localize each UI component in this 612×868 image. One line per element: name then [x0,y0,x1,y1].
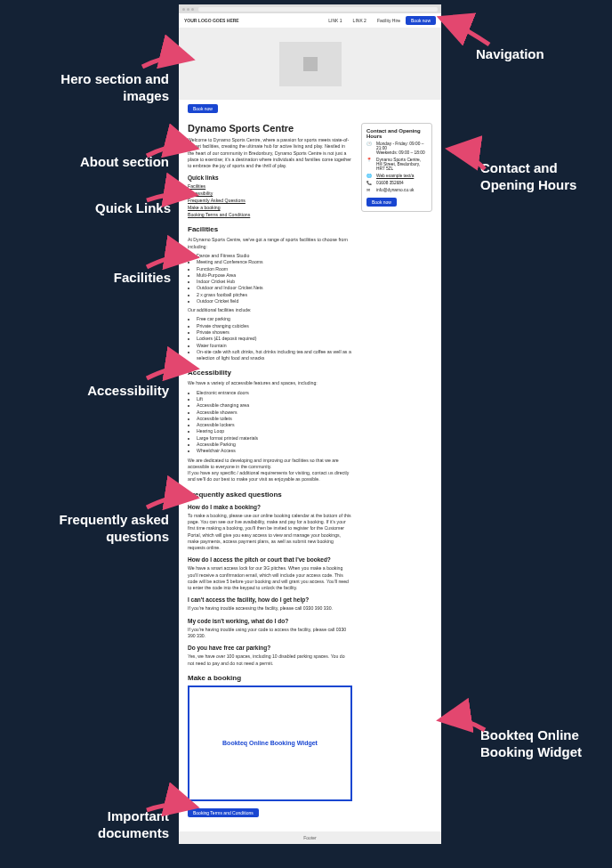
quick-link[interactable]: Make a booking [188,205,352,212]
list-item: Electronic entrance doors [197,390,352,396]
window-dot [182,8,185,11]
make-booking-heading: Make a booking [188,674,352,682]
annotation-booking: Bookteq Online Booking Widget [480,727,605,761]
annotation-hero: Hero section and images [53,71,169,105]
globe-icon: 🌐 [366,174,374,178]
quick-link[interactable]: Facilities [188,183,352,191]
hero-image-placeholder [279,42,342,86]
accessibility-p1: We are dedicated to developing and impro… [188,458,352,471]
annotation-facilities: Facilities [64,270,171,287]
nav-link-1[interactable]: LINK 1 [328,18,342,23]
hero-section [179,28,441,100]
browser-chrome [179,4,441,13]
faq-question: I can't access the facility, how do I ge… [188,596,352,603]
list-item: Accessible Parking [197,442,352,448]
quick-link[interactable]: Booking Terms and Conditions [188,212,352,219]
list-item: Accessible changing area [197,402,352,409]
clock-icon: 🕑 [366,142,374,146]
phone-text: 01608 352684 [376,181,427,185]
faq-answer: If you're having trouble using your code… [188,627,352,640]
list-item: Outdoor Cricket field [197,298,352,304]
list-item: Free car parking [197,316,352,322]
faq-heading: Frequently asked questions [188,491,352,499]
faq-question: My code isn't working, what do I do? [188,618,352,624]
email-icon: ✉ [366,188,374,192]
accessibility-intro: We have a variety of accessible features… [188,380,352,386]
nav-link-facility-hire[interactable]: Facility Hire [377,18,400,23]
annotation-about: About section [62,154,169,171]
site-header: YOUR LOGO GOES HERE LINK 1 LINK 2 Facili… [179,13,441,28]
side-book-now-button[interactable]: Book now [366,198,397,207]
welcome-paragraph: Welcome to Dynamo Sports Centre, where a… [188,137,352,169]
list-item: Multi-Purpose Area [197,272,352,279]
image-icon [300,53,321,75]
opening-hours: Monday - Friday: 09:00 – 21:00 Weekends:… [376,142,427,155]
faq-answer: We have a smart access lock for our 3G p… [188,565,352,591]
address-text: Dynamo Sports Centre, Hill Street, Bredo… [376,158,427,171]
facilities-intro: At Dynamo Sports Centre, we've got a ran… [188,237,352,250]
list-item: Indoor Cricket Hub [197,279,352,285]
header-book-now-button[interactable]: Book now [406,16,436,25]
faq-answer: To make a booking, please use our online… [188,513,352,552]
accessibility-p2: If you have any specific / additional re… [188,470,352,483]
list-item: Accessible lockers [197,422,352,428]
site-footer: Footer [179,831,441,844]
pin-icon: 📍 [366,158,374,162]
website-link[interactable]: Web example text/a [376,174,427,178]
list-item: Outdoor and Indoor Cricket Nets [197,285,352,291]
faq-question: Do you have free car parking? [188,645,352,651]
browser-window: YOUR LOGO GOES HERE LINK 1 LINK 2 Facili… [179,4,441,844]
list-item: 2 x grass football pitches [197,292,352,298]
accessibility-heading: Accessibility [188,369,352,377]
list-item: Dance and Fitness Studio [197,253,352,259]
email-text: info@dynamo.co.uk [376,188,427,192]
list-item: Wheelchair Access [197,448,352,454]
faq-question: How do I make a booking? [188,504,352,510]
svg-point-0 [305,60,308,62]
list-item: Water fountain [197,343,352,349]
annotation-accessibility: Accessibility [53,383,169,400]
phone-icon: 📞 [366,181,374,185]
nav-link-2[interactable]: LINK 2 [353,18,366,23]
faq-question: How do I access the pitch or court that … [188,556,352,563]
quick-link[interactable]: Accessibility [188,191,352,198]
annotation-navigation: Navigation [476,46,544,63]
annotation-faq: Frequently asked questions [53,512,169,546]
contact-heading: Contact and Opening Hours [366,128,427,139]
quick-link[interactable]: Frequently Asked Questions [188,198,352,205]
list-item: Meeting and Conference Rooms [197,259,352,265]
list-item: Function Room [197,266,352,272]
window-dot [191,8,194,11]
additional-intro: Our additional facilities include: [188,307,352,313]
list-item: Lift [197,396,352,402]
quick-links-heading: Quick links [188,174,352,181]
faq-answer: If you're having trouble accessing the f… [188,605,352,612]
list-item: Private changing cubicles [197,323,352,329]
url-bar[interactable] [198,7,438,12]
list-item: Private showers [197,329,352,336]
page-title: Dynamo Sports Centre [188,123,352,134]
facilities-heading: Facilities [188,225,352,233]
booking-widget[interactable]: Bookteq Online Booking Widget [188,685,352,801]
list-item: Accessible showers [197,410,352,416]
annotation-quick: Quick Links [64,200,171,217]
annotation-docs: Important documents [62,808,169,842]
hero-cta-bar: Book now [179,100,441,118]
logo-placeholder: YOUR LOGO GOES HERE [184,18,323,23]
faq-answer: Yes, we have over 100 spaces, including … [188,653,352,667]
list-item: Accessible toilets [197,416,352,422]
list-item: Lockers (£1 deposit required) [197,336,352,342]
contact-hours-box: Contact and Opening Hours 🕑 Monday - Fri… [361,123,432,212]
window-dot [187,8,189,11]
list-item: On-site cafe with soft drinks, hot drink… [197,349,352,362]
annotation-contact: Contact and Opening Hours [480,160,596,194]
list-item: Hearing Loop [197,428,352,434]
hero-book-now-button[interactable]: Book now [188,104,218,113]
list-item: Large format printed materials [197,435,352,442]
booking-terms-button[interactable]: Booking Terms and Conditions [188,808,259,817]
